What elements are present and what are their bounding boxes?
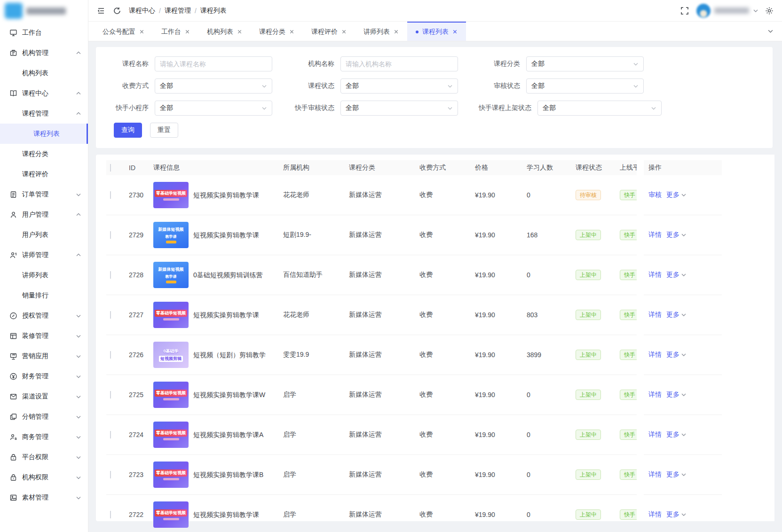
primary-action-link[interactable]: 详情: [648, 470, 662, 479]
课程名称-input[interactable]: [155, 56, 272, 71]
more-action-link[interactable]: 更多: [666, 311, 687, 319]
课程分类-select[interactable]: 全部: [526, 56, 644, 71]
row-checkbox[interactable]: [110, 231, 111, 239]
chevron-down-icon: [447, 105, 453, 111]
sidebar-item-财务管理[interactable]: 财务管理: [0, 366, 88, 386]
more-action-link[interactable]: 更多: [666, 470, 687, 479]
select-all-checkbox[interactable]: [110, 164, 111, 172]
table-row: 2722零基础学短视频短视频实操剪辑教学课启学新媒体运营收费¥19.900上架中…: [106, 495, 722, 532]
row-checkbox[interactable]: [110, 391, 111, 399]
tab-课程列表[interactable]: 课程列表: [407, 22, 466, 41]
审核状态-select[interactable]: 全部: [526, 78, 644, 94]
marketing-icon: [9, 352, 17, 360]
primary-action-link[interactable]: 审核: [648, 191, 662, 199]
close-icon[interactable]: [452, 29, 458, 34]
close-icon[interactable]: [185, 29, 190, 34]
sidebar-item-装修管理[interactable]: 装修管理: [0, 326, 88, 346]
tab-机构列表[interactable]: 机构列表: [198, 22, 251, 41]
sidebar-item-平台权限[interactable]: 平台权限: [0, 447, 88, 467]
tab-options-chevron-icon[interactable]: [767, 22, 774, 41]
机构名称-input[interactable]: [340, 56, 458, 71]
close-icon[interactable]: [139, 29, 144, 34]
more-action-link[interactable]: 更多: [666, 271, 687, 279]
sidebar-item-讲师管理[interactable]: 讲师管理: [0, 245, 88, 265]
breadcrumb-item[interactable]: 课程中心: [129, 7, 155, 15]
primary-action-link[interactable]: 详情: [648, 510, 662, 519]
primary-action-link[interactable]: 详情: [648, 391, 662, 399]
sidebar-item-课程评价[interactable]: 课程评价: [0, 164, 88, 184]
快手课程上架状态-select[interactable]: 全部: [537, 101, 662, 116]
primary-action-link[interactable]: 详情: [648, 351, 662, 359]
sidebar-item-营销应用[interactable]: 营销应用: [0, 346, 88, 366]
primary-action-link[interactable]: 详情: [648, 430, 662, 439]
primary-action-link[interactable]: 详情: [648, 231, 662, 239]
row-checkbox[interactable]: [110, 191, 111, 199]
search-button[interactable]: 查询: [114, 123, 142, 138]
chevron-down-icon: [76, 434, 81, 440]
收费方式-select[interactable]: 全部: [155, 78, 272, 94]
more-action-link[interactable]: 更多: [666, 510, 687, 519]
sidebar-item-课程管理[interactable]: 课程管理: [0, 103, 88, 124]
sidebar-item-用户列表[interactable]: 用户列表: [0, 225, 88, 245]
row-checkbox[interactable]: [110, 431, 111, 438]
refresh-icon[interactable]: [113, 7, 121, 15]
sidebar-item-课程列表[interactable]: 课程列表: [0, 124, 88, 144]
filter-label: 快手小程序: [107, 104, 149, 112]
sidebar-item-机构管理[interactable]: 机构管理: [0, 43, 88, 63]
row-checkbox[interactable]: [110, 271, 111, 279]
operation-row: 详情更多: [644, 375, 722, 415]
close-icon[interactable]: [394, 29, 399, 34]
gear-icon[interactable]: [765, 7, 774, 15]
fullscreen-icon[interactable]: [680, 7, 689, 15]
primary-action-link[interactable]: 详情: [648, 271, 662, 279]
close-icon[interactable]: [289, 29, 294, 34]
filter-label: 快手课程上架状态: [479, 104, 531, 112]
tab-课程分类[interactable]: 课程分类: [251, 22, 303, 41]
sidebar-item-素材管理[interactable]: 素材管理: [0, 487, 88, 508]
row-checkbox[interactable]: [110, 511, 111, 518]
close-icon[interactable]: [237, 29, 242, 34]
chevron-down-icon: [76, 414, 81, 420]
row-checkbox[interactable]: [110, 471, 111, 478]
sidebar-item-课程分类[interactable]: 课程分类: [0, 144, 88, 164]
more-action-link[interactable]: 更多: [666, 351, 687, 359]
reset-button[interactable]: 重置: [150, 123, 178, 138]
row-checkbox[interactable]: [110, 311, 111, 319]
more-action-link[interactable]: 更多: [666, 430, 687, 439]
tab-工作台[interactable]: 工作台: [153, 22, 198, 41]
sidebar-item-工作台[interactable]: 工作台: [0, 23, 88, 43]
filter-group: 课程状态全部: [293, 78, 458, 94]
sidebar-item-销量排行[interactable]: 销量排行: [0, 285, 88, 305]
快手审核状态-select[interactable]: 全部: [340, 101, 458, 116]
breadcrumb-item[interactable]: 课程管理: [165, 7, 191, 15]
tab-课程评价[interactable]: 课程评价: [303, 22, 355, 41]
close-icon[interactable]: [341, 29, 347, 34]
sidebar-item-课程中心[interactable]: 课程中心: [0, 83, 88, 103]
课程状态-select[interactable]: 全部: [340, 78, 458, 94]
text-input[interactable]: [346, 60, 453, 68]
more-action-link[interactable]: 更多: [666, 191, 687, 199]
sidebar-item-讲师列表[interactable]: 讲师列表: [0, 265, 88, 285]
text-input[interactable]: [160, 60, 267, 68]
more-action-link[interactable]: 更多: [666, 391, 687, 399]
sidebar-item-用户管理[interactable]: 用户管理: [0, 204, 88, 225]
sidebar-item-商务管理[interactable]: 商务管理: [0, 427, 88, 447]
primary-action-link[interactable]: 详情: [648, 311, 662, 319]
row-checkbox[interactable]: [110, 351, 111, 359]
sidebar-item-分销管理[interactable]: 分销管理: [0, 407, 88, 427]
tab-讲师列表[interactable]: 讲师列表: [355, 22, 407, 41]
more-action-link[interactable]: 更多: [666, 231, 687, 239]
快手小程序-select[interactable]: 全部: [155, 101, 272, 116]
sidebar-item-订单管理[interactable]: 订单管理: [0, 184, 88, 204]
sidebar-item-机构权限[interactable]: 机构权限: [0, 467, 88, 487]
org-icon: [9, 49, 17, 57]
sidebar-item-渠道设置[interactable]: 渠道设置: [0, 386, 88, 407]
sidebar-item-授权管理[interactable]: 授权管理: [0, 305, 88, 326]
thumbnail-subtitle: 教学课: [166, 274, 177, 279]
tab-公众号配置[interactable]: 公众号配置: [94, 22, 153, 41]
menu-fold-icon[interactable]: [97, 7, 105, 15]
user-menu[interactable]: [696, 4, 758, 18]
cell-learners: 0: [523, 431, 568, 438]
sidebar-item-机构列表[interactable]: 机构列表: [0, 63, 88, 83]
decor-icon: [9, 332, 17, 340]
